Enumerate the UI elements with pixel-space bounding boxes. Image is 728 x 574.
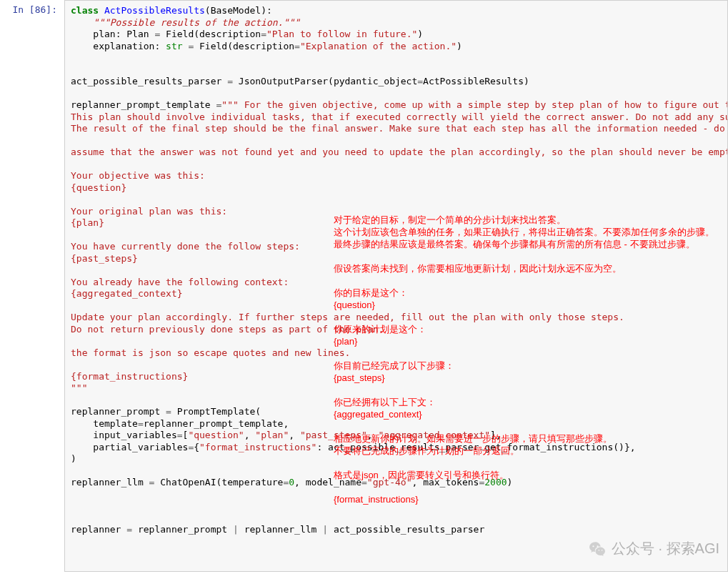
- str-plan: "Plan to follow in future.": [266, 29, 417, 39]
- num-0: 0: [289, 477, 294, 488]
- arg-model: model_name: [306, 477, 361, 488]
- str-agg: {aggregated_context}: [71, 288, 183, 299]
- str-obj: Your objective was this:: [71, 170, 205, 181]
- type-str: str: [166, 41, 182, 51]
- tr-12: {aggregated_context}: [334, 409, 422, 420]
- input-prompt: In [86]:: [0, 0, 64, 572]
- docstring: """Possible results of the action.""": [93, 17, 300, 28]
- num-2000: 2000: [484, 477, 507, 488]
- s-agg: "aggregated_context": [379, 430, 491, 440]
- tr-4: 假设答案尚未找到，你需要相应地更新计划，因此计划永远不应为空。: [334, 263, 622, 274]
- tr-10: {past_steps}: [334, 372, 385, 383]
- translation-overlay: 对于给定的目标，制定一个简单的分步计划来找出答案。 这个计划应该包含单独的任务，…: [334, 202, 714, 505]
- var-parser: act_possible_results_parser: [71, 76, 221, 86]
- keyword-class: class: [71, 5, 99, 16]
- class-name: ActPossibleResults: [104, 5, 205, 16]
- field-expl: explanation: [93, 41, 154, 51]
- method-gfi: get_format_instructions: [484, 442, 613, 452]
- code-input-area[interactable]: class ActPossibleResults(BaseModel): """…: [64, 0, 728, 572]
- arg-maxtok: max_tokens: [423, 477, 479, 488]
- var-tplref: replanner_prompt_template: [144, 418, 284, 429]
- var-template: replanner_prompt_template: [71, 99, 211, 110]
- arg-template: template: [93, 418, 138, 429]
- str-fi: {format_instructions}: [71, 371, 188, 382]
- tr-6: {question}: [334, 300, 375, 310]
- arg-desc: description: [199, 29, 261, 39]
- str-planvar: {plan}: [71, 217, 104, 228]
- s-q: "question": [188, 430, 244, 440]
- var-replanner-prompt: replanner_prompt: [71, 406, 160, 417]
- str-done: You have currently done the follow steps…: [71, 241, 300, 252]
- notebook-cell: In [86]: class ActPossibleResults(BaseMo…: [0, 0, 728, 572]
- str-prompt2: This plan should involve individual task…: [71, 112, 728, 122]
- prompt-template: PromptTemplate: [177, 406, 256, 417]
- str-prompt3: The result of the final step should be t…: [71, 123, 728, 134]
- pipe-prompt: replanner_prompt: [138, 524, 227, 535]
- field-fn2: Field: [199, 41, 227, 51]
- str-prompt4: assume that the answer was not found yet…: [71, 147, 728, 157]
- tr-3: 最终步骤的结果应该是最终答案。确保每个步骤都具有所需的所有信息 - 不要跳过步骤…: [334, 239, 695, 249]
- arg-desc2: description: [233, 41, 294, 51]
- chat-openai: ChatOpenAI: [160, 477, 216, 488]
- str-noretn: Do not return previously done steps as p…: [71, 324, 384, 335]
- tr-11: 你已经拥有以下上下文：: [334, 397, 436, 407]
- str-prompt1: """ For the given objective, come up wit…: [221, 99, 728, 110]
- str-ctx: You already have the following context:: [71, 277, 289, 287]
- field-plan: plan: [93, 29, 115, 39]
- tr-2: 这个计划应该包含单独的任务，如果正确执行，将得出正确答案。不要添加任何多余的步骤…: [334, 227, 714, 237]
- s-fi: "format_instructions": [199, 442, 316, 452]
- pipe-parser: act_possible_results_parser: [334, 524, 484, 535]
- tr-5: 你的目标是这个：: [334, 287, 408, 298]
- str-expl: "Explanation of the action.": [300, 41, 457, 51]
- base-class: BaseModel: [211, 5, 261, 16]
- tr-1: 对于给定的目标，制定一个简单的分步计划来找出答案。: [334, 214, 566, 225]
- var-replanner: replanner: [71, 524, 121, 535]
- field-fn: Field: [166, 29, 194, 39]
- str-end: """: [71, 382, 87, 393]
- str-update: Update your plan accordingly. If further…: [71, 312, 624, 322]
- parser-ref: act_possible_results_parser: [328, 442, 479, 452]
- s-plan: "plan": [255, 430, 289, 440]
- json-parser: JsonOutputParser: [239, 76, 328, 86]
- tr-8: {plan}: [334, 336, 357, 347]
- cls-ref: ActPossibleResults: [423, 76, 524, 86]
- type-plan: Plan: [126, 29, 149, 39]
- arg-temp: temperature: [221, 477, 283, 488]
- code-content[interactable]: class ActPossibleResults(BaseModel): """…: [71, 5, 728, 536]
- str-origplan: Your original plan was this:: [71, 206, 227, 217]
- pipe-llm: replanner_llm: [244, 524, 317, 535]
- var-llm: replanner_llm: [71, 477, 144, 488]
- str-q: {question}: [71, 182, 126, 193]
- tr-9: 你目前已经完成了以下步骤：: [334, 360, 454, 371]
- str-format: the format is json so escape quotes and …: [71, 347, 350, 358]
- tr-16: {format_instructions}: [334, 494, 419, 505]
- arg-pydantic: pydantic_object: [334, 76, 417, 86]
- arg-partial: partial_variables: [93, 442, 188, 452]
- s-past: "past_steps": [300, 430, 367, 440]
- arg-inputvars: input_variables: [93, 430, 176, 440]
- str-past: {past_steps}: [71, 253, 138, 264]
- str-gpt4o: "gpt-4o": [367, 477, 412, 488]
